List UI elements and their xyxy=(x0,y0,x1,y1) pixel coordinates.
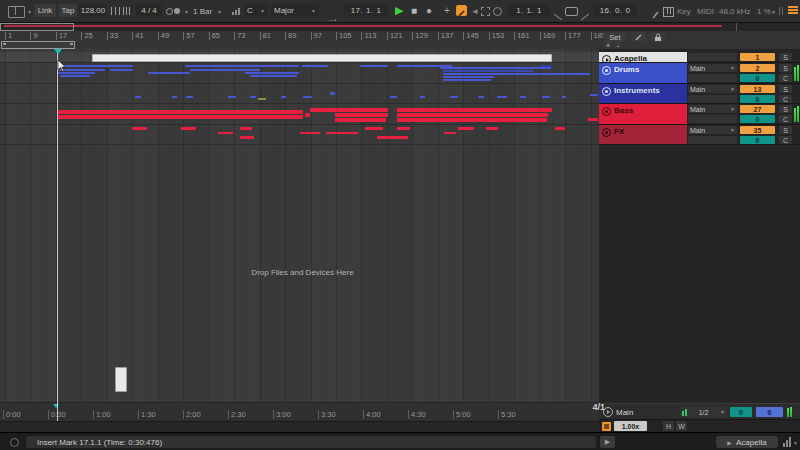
clip[interactable] xyxy=(590,94,598,96)
control-surface-icon[interactable] xyxy=(8,6,25,18)
clip[interactable] xyxy=(443,79,491,81)
track-activator[interactable]: 35 xyxy=(740,126,775,134)
solo-button[interactable]: S xyxy=(779,105,792,113)
clip[interactable] xyxy=(135,96,141,98)
play-button[interactable]: ▶ xyxy=(395,5,403,16)
time-ruler[interactable]: 0:000:301:001:302:002:303:003:304:004:30… xyxy=(0,402,599,421)
clip[interactable] xyxy=(588,118,598,121)
clip[interactable] xyxy=(520,96,526,98)
track-header-acapella[interactable]: Acapella1S xyxy=(599,52,800,63)
draw-mode-pencil-icon[interactable] xyxy=(456,5,467,16)
clip[interactable] xyxy=(443,70,533,72)
loop-start-field[interactable]: 1. 1. 1 xyxy=(508,4,550,17)
chevron-down-icon[interactable]: ▼ xyxy=(27,9,32,15)
clip[interactable] xyxy=(397,127,410,130)
clip[interactable] xyxy=(542,96,550,98)
zoom-width-button[interactable]: W xyxy=(676,421,687,431)
arrangement-position-field[interactable]: 17. 1. 1 xyxy=(344,4,388,17)
clip[interactable] xyxy=(305,113,310,117)
automation-pencil-icon[interactable] xyxy=(651,6,660,24)
clip[interactable] xyxy=(555,127,565,130)
output-routing-chooser[interactable]: Main▼ xyxy=(688,64,737,72)
clip[interactable] xyxy=(132,127,147,130)
tap-tempo-button[interactable]: Tap xyxy=(59,4,77,17)
clip[interactable] xyxy=(360,65,388,67)
pan-value[interactable]: 0 xyxy=(740,136,775,144)
track-state-icon[interactable] xyxy=(602,87,611,96)
pan-value[interactable]: 0 xyxy=(740,115,775,123)
set-locator-button[interactable]: Set xyxy=(603,32,627,42)
chevron-down-icon[interactable]: ▼ xyxy=(771,9,776,15)
clip[interactable] xyxy=(443,73,590,75)
track-header-bass[interactable]: BassMain▼27S0C xyxy=(599,104,800,125)
main-grid-selector[interactable]: 1/2▼ xyxy=(680,407,727,417)
zoom-height-button[interactable]: H xyxy=(663,421,674,431)
clip-lane-instruments[interactable] xyxy=(0,84,599,104)
automation-mode-icon[interactable] xyxy=(493,7,502,16)
crossfade-button[interactable]: C xyxy=(779,74,792,82)
clip[interactable] xyxy=(497,96,507,98)
loop-length-field[interactable]: 16. 0. 0 xyxy=(593,4,637,17)
clip[interactable] xyxy=(250,96,256,98)
clip[interactable] xyxy=(335,118,386,122)
clip[interactable] xyxy=(562,96,566,98)
time-signature-field[interactable]: 4 / 4 xyxy=(136,4,162,17)
output-routing-chooser[interactable]: Main▼ xyxy=(688,126,737,134)
track-activator[interactable]: 1 xyxy=(740,53,775,61)
zoom-selector-icon[interactable] xyxy=(602,422,611,431)
add-track-icon[interactable]: + xyxy=(444,5,450,16)
clip[interactable] xyxy=(377,136,408,139)
dragged-clip[interactable] xyxy=(115,367,127,392)
track-state-icon[interactable] xyxy=(602,107,611,116)
clip[interactable] xyxy=(300,132,320,135)
solo-button[interactable]: S xyxy=(779,53,792,61)
clip[interactable] xyxy=(443,76,494,78)
pan-value[interactable]: 0 xyxy=(740,74,775,82)
clip[interactable] xyxy=(186,96,193,98)
main-send-value[interactable]: 0 xyxy=(756,407,783,417)
track-name-block[interactable]: Bass xyxy=(599,104,687,124)
clip[interactable] xyxy=(335,113,388,117)
clip[interactable] xyxy=(397,108,552,112)
arrangement-area[interactable]: Drop Files and Devices Here 0:000:301:00… xyxy=(0,49,600,421)
clip-lane-fx[interactable] xyxy=(0,125,599,145)
clip[interactable] xyxy=(281,96,286,98)
solo-button[interactable]: S xyxy=(779,64,792,72)
metronome-dot-icon[interactable] xyxy=(174,8,180,14)
clip-lane-bass[interactable] xyxy=(0,104,599,125)
main-track-name[interactable]: Main xyxy=(616,408,633,417)
track-state-icon[interactable] xyxy=(602,128,611,137)
clip[interactable] xyxy=(390,96,397,98)
clip[interactable] xyxy=(250,75,297,77)
clip[interactable] xyxy=(218,132,233,135)
clip[interactable] xyxy=(240,136,254,139)
clip[interactable] xyxy=(444,132,456,135)
clip[interactable] xyxy=(478,96,484,98)
selected-clip-chooser[interactable]: ▶ Acapella xyxy=(716,436,778,448)
loop-brace[interactable] xyxy=(1,41,75,49)
output-routing-chooser[interactable]: Main▼ xyxy=(688,85,737,93)
clip[interactable] xyxy=(310,108,388,112)
clip[interactable] xyxy=(57,110,303,114)
menu-icon[interactable] xyxy=(788,6,798,15)
solo-button[interactable]: S xyxy=(779,126,792,134)
clip[interactable] xyxy=(181,127,196,130)
chevron-down-icon[interactable]: ▼ xyxy=(793,440,798,446)
metronome-icon[interactable] xyxy=(166,8,173,15)
clip[interactable] xyxy=(185,65,299,67)
track-name-block[interactable]: Acapella xyxy=(599,52,687,62)
clip[interactable] xyxy=(303,96,312,98)
crossfade-button[interactable]: C xyxy=(779,136,792,144)
region-select-icon[interactable] xyxy=(481,7,490,16)
clip[interactable] xyxy=(258,98,266,100)
track-name-block[interactable]: Drums xyxy=(599,63,687,83)
link-button[interactable]: Link xyxy=(34,4,56,17)
playhead[interactable] xyxy=(57,49,58,421)
keyboard-map-icon[interactable] xyxy=(663,7,674,17)
track-header-fx[interactable]: FXMain▼35S0C xyxy=(599,125,800,145)
main-pan-value[interactable]: 0 xyxy=(730,407,752,417)
insert-marker-icon[interactable] xyxy=(54,49,62,54)
nudge-up-icon[interactable] xyxy=(123,7,132,15)
clip[interactable] xyxy=(57,65,133,67)
key-map-button[interactable]: Key xyxy=(677,7,691,16)
